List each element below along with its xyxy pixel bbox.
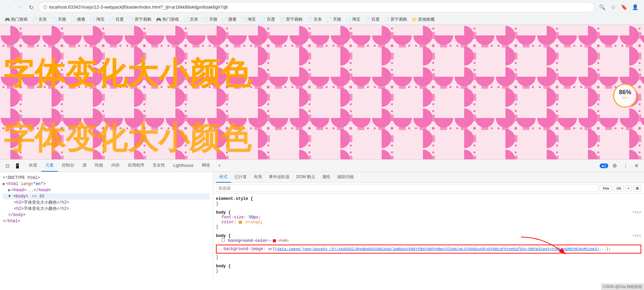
bookmark-more[interactable]: 📁 其他收藏 [410, 16, 437, 23]
add-rule-button[interactable]: + [625, 185, 632, 191]
devtools-tab-network[interactable]: 网络 [198, 160, 214, 172]
bookmark-taobao-3[interactable]: 📄 淘宝 [344, 16, 362, 23]
css-tab-properties[interactable]: 属性 [319, 172, 334, 183]
bookmark-search-2[interactable]: 📄 搜索 [220, 16, 239, 23]
devtools-tab-performance[interactable]: 性能 [91, 160, 107, 172]
css-property-color: color: orange; [216, 220, 641, 225]
devtools-tab-add[interactable]: + [214, 160, 225, 171]
css-tab-computed[interactable]: 已计算 [231, 172, 250, 183]
forward-button[interactable]: → [15, 2, 25, 12]
bookmark-baidu-2[interactable]: 📄 百度 [259, 16, 277, 23]
css-brace-close-2: } [216, 225, 218, 229]
taobao-icon-3: 📄 [346, 17, 351, 22]
bookmark-hot-games-1[interactable]: 🎮 热门游戏 [3, 16, 30, 23]
back-button[interactable]: ← [4, 2, 14, 12]
hov-button[interactable]: :hov [600, 185, 612, 191]
css-tab-accessibility[interactable]: 辅助功能 [334, 172, 357, 183]
devtools-layout: <!DOCTYPE html> ▶<html lang="en"> ▶<head… [0, 172, 644, 280]
bookmark-tianmao-1[interactable]: 📄 天猫 [50, 16, 68, 23]
expand-button[interactable]: ⊞ [633, 185, 641, 192]
html-line-h2-2: <h2>字体变化大小颜色</h2> [3, 206, 210, 212]
css-content: element.style { } <sty body { font-size:… [213, 194, 644, 280]
tianmao-icon-2: 📄 [203, 17, 208, 22]
games-icon-1: 🎮 [5, 17, 10, 22]
perf-label: 0K/s [622, 96, 628, 99]
bookmark-jd-3[interactable]: 📄 京东 [305, 16, 324, 23]
devtools-settings-button[interactable]: ⚙ [610, 161, 619, 171]
performance-badge: 86% 0K/s ↑ [613, 84, 637, 108]
bookmark-baidu-1[interactable]: 📄 百度 [107, 16, 126, 23]
suning-icon-1: 📄 [129, 17, 134, 22]
bookmark-collection-button[interactable]: 🔖 [619, 2, 629, 12]
devtools-tab-memory[interactable]: 内存 [107, 160, 124, 172]
css-rule-body-3: body { } [216, 264, 641, 273]
profile-button[interactable]: 👤 [630, 2, 640, 12]
css-bg-color-strikethrough: background-color: red; [228, 238, 289, 243]
css-filter-bar: :hov .cls + ⊞ [213, 183, 644, 194]
css-highlight-box: background-image: url(data:image/jpeg;ba… [216, 245, 641, 254]
css-source-1: <sty [632, 210, 641, 214]
taobao-icon-1: 📄 [90, 17, 95, 22]
webpage-visual: 字体变化大小颜色 字体变化大小颜色 86% 0K/s ↑ [0, 25, 644, 159]
jd-icon-3: 📄 [307, 17, 313, 22]
css-rule-element-style: element.style { } [216, 196, 641, 206]
webpage-preview: 字体变化大小颜色 字体变化大小颜色 86% 0K/s ↑ [0, 25, 644, 159]
bookmark-search-1[interactable]: 📄 搜索 [69, 16, 87, 23]
devtools-tab-application[interactable]: 应用程序 [124, 160, 149, 172]
devtools-close-button[interactable]: ✕ [632, 161, 641, 171]
devtools-more-button[interactable]: ⋮ [621, 161, 630, 171]
css-tab-dom-breakpoints[interactable]: DOM 断点 [293, 172, 319, 183]
tianmao-icon-3: 📄 [327, 17, 332, 22]
bookmark-tianmao-2[interactable]: 📄 天猫 [201, 16, 219, 23]
bookmark-suning-3[interactable]: 📄 苏宁易购 [382, 16, 409, 23]
devtools-tab-sources[interactable]: 源 [78, 160, 91, 172]
devtools-tab-elements[interactable]: 元素 [41, 160, 58, 172]
devtools-inspect-button[interactable]: ⊡ [3, 161, 12, 171]
css-tab-layout[interactable]: 布局 [250, 172, 265, 183]
html-line-html-close: </html> [3, 218, 210, 224]
devtools-device-button[interactable]: 📱 [12, 161, 22, 171]
css-selector-body-3: body { [216, 264, 231, 269]
bookmark-hot-games-2[interactable]: 🎮 热门游戏 [154, 16, 181, 23]
css-rule-body-1: <sty body { font-size: 50px; color: oran… [216, 210, 641, 229]
html-line-html: ▶<html lang="en"> [3, 181, 210, 187]
devtools: ⊡ 📱 欢迎 元素 控制台 源 性能 内存 应用程序 安全性 Lighthous… [0, 159, 644, 280]
baidu-icon-2: 📄 [261, 17, 266, 22]
refresh-button[interactable]: ↻ [26, 2, 36, 12]
address-bar[interactable]: ⓘ localhost:63342/Vuejs/12-3-webpack的loa… [39, 2, 594, 12]
devtools-tab-welcome[interactable]: 欢迎 [25, 160, 41, 172]
lock-icon: ⓘ [43, 4, 47, 10]
webpage-heading-2: 字体变化大小颜色 [3, 117, 251, 159]
tianmao-icon-1: 📄 [52, 17, 57, 22]
css-source-2: <sty [632, 234, 641, 238]
bookmark-jd-1[interactable]: 📄 京东 [30, 16, 49, 23]
bookmark-star-button[interactable]: ☆ [608, 2, 618, 12]
browser-chrome: ← → ↻ ⓘ localhost:63342/Vuejs/12-3-webpa… [0, 0, 644, 25]
css-selector-body-2: body { [216, 234, 231, 238]
devtools-tab-lighthouse[interactable]: Lighthouse [169, 160, 198, 171]
suning-icon-2: 📄 [280, 17, 285, 22]
bg-color-checkbox[interactable] [221, 238, 225, 242]
css-tab-event-listeners[interactable]: 事件侦听器 [265, 172, 293, 183]
bookmark-jd-2[interactable]: 📄 京东 [182, 16, 200, 23]
devtools-tab-security[interactable]: 安全性 [149, 160, 169, 172]
bookmark-tianmao-3[interactable]: 📄 天猫 [325, 16, 343, 23]
color-swatch-orange [239, 221, 242, 224]
folder-icon: 📁 [412, 17, 417, 22]
bookmark-taobao-2[interactable]: 📄 淘宝 [239, 16, 258, 23]
cls-button[interactable]: .cls [613, 185, 624, 191]
bookmark-suning-2[interactable]: 📄 苏宁易购 [278, 16, 305, 23]
css-selector-body-1: body { [216, 210, 231, 215]
css-tab-styles[interactable]: 样式 [216, 172, 231, 183]
css-property-bg-image: background-image: url(data:image/jpeg;ba… [218, 247, 639, 251]
bookmark-suning-1[interactable]: 📄 苏宁易购 [127, 16, 153, 23]
css-selector-element: element.style { [216, 196, 253, 201]
devtools-tab-console[interactable]: 控制台 [58, 160, 78, 172]
search-button[interactable]: 🔍 [597, 2, 607, 12]
baidu-icon-1: 📄 [109, 17, 114, 22]
css-filter-input[interactable] [216, 184, 598, 192]
devtools-icons: ⊡ 📱 [3, 161, 22, 171]
bookmark-taobao-1[interactable]: 📄 淘宝 [88, 16, 107, 23]
bookmark-baidu-3[interactable]: 📄 百度 [363, 16, 382, 23]
html-line-h2-1: <h2>字体变化大小颜色</h2> [3, 200, 210, 206]
